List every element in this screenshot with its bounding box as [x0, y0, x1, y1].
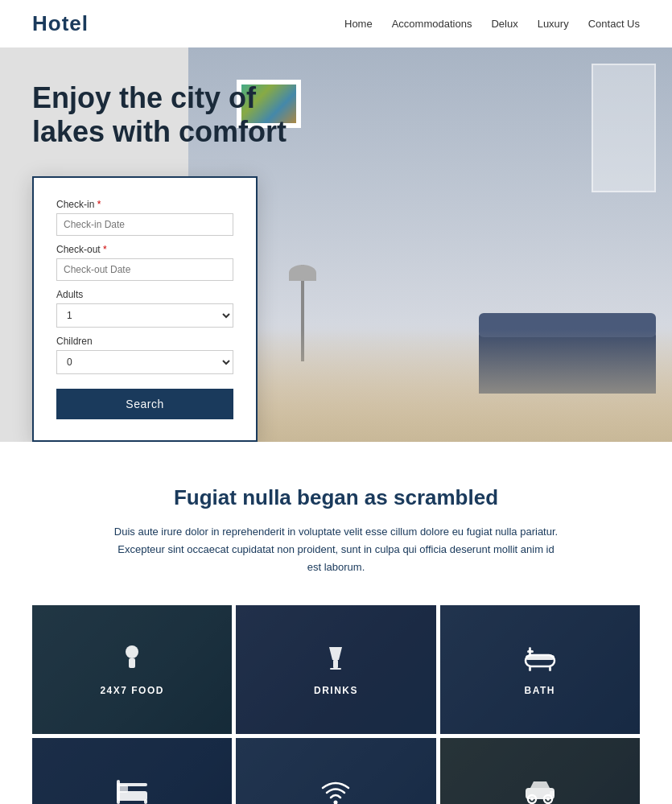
- nav-accommodations[interactable]: Accommodations: [392, 18, 472, 30]
- nav-home[interactable]: Home: [344, 18, 373, 30]
- children-select[interactable]: 0 1 2 3: [56, 350, 233, 374]
- nav-luxury[interactable]: Luxury: [538, 18, 569, 30]
- info-section: Fugiat nulla began as scrambled Duis aut…: [0, 442, 672, 605]
- drinks-label: DRINKS: [314, 685, 358, 696]
- svg-rect-8: [549, 666, 551, 671]
- svg-rect-13: [117, 783, 147, 786]
- bath-label: BATH: [525, 685, 555, 696]
- bed-icon: [115, 777, 149, 804]
- amenity-food[interactable]: 24X7 FOOD: [32, 605, 232, 734]
- site-header: Hotel Home Accommodations Delux Luxury C…: [0, 0, 672, 47]
- hero-text: Enjoy the city of lakes with comfort: [32, 81, 306, 150]
- info-title: Fugiat nulla began as scrambled: [64, 485, 608, 510]
- drop-content: PICK & DROP: [501, 777, 578, 804]
- svg-rect-16: [117, 799, 120, 804]
- svg-rect-3: [333, 660, 338, 668]
- amenity-wifi[interactable]: FREE WIFI: [236, 738, 435, 804]
- site-logo: Hotel: [32, 11, 89, 36]
- drinks-icon: [321, 644, 350, 677]
- amenities-grid: 24X7 FOOD DRINKS: [0, 605, 672, 804]
- food-label: 24X7 FOOD: [100, 685, 164, 696]
- bath-icon: [524, 644, 556, 677]
- lamp-decoration: [301, 265, 304, 361]
- children-label: Children: [56, 336, 233, 347]
- amenity-bath[interactable]: BATH: [440, 605, 640, 734]
- bath-content: BATH: [524, 644, 556, 696]
- svg-rect-24: [550, 791, 555, 796]
- svg-point-23: [546, 798, 550, 801]
- wifi-content: FREE WIFI: [306, 777, 365, 804]
- checkout-label: Check-out *: [56, 244, 233, 255]
- svg-rect-7: [529, 666, 531, 671]
- adults-label: Adults: [56, 289, 233, 300]
- bed-content: COMFORTABLE BED: [74, 777, 190, 804]
- amenity-bed[interactable]: COMFORTABLE BED: [32, 738, 232, 804]
- amenity-drop[interactable]: PICK & DROP: [440, 738, 640, 804]
- wifi-icon: [320, 777, 352, 804]
- window-decoration: [592, 64, 656, 192]
- svg-rect-10: [527, 650, 534, 653]
- svg-point-21: [530, 798, 534, 801]
- hero-headline: Enjoy the city of lakes with comfort: [32, 81, 306, 150]
- hero-section: Enjoy the city of lakes with comfort Che…: [0, 47, 672, 442]
- svg-rect-14: [117, 780, 120, 801]
- svg-rect-15: [144, 799, 147, 804]
- drop-icon: [522, 777, 558, 804]
- booking-form: Check-in * Check-out * Adults 1 2 3 4 Ch…: [32, 176, 258, 442]
- couch-decoration: [479, 329, 656, 394]
- info-description: Duis aute irure dolor in reprehenderit i…: [111, 523, 562, 576]
- main-nav: Home Accommodations Delux Luxury Contact…: [344, 18, 640, 30]
- svg-rect-6: [526, 655, 555, 660]
- svg-marker-19: [530, 781, 550, 788]
- svg-point-0: [126, 645, 138, 658]
- food-content: 24X7 FOOD: [100, 644, 164, 696]
- nav-delux[interactable]: Delux: [491, 18, 517, 30]
- svg-rect-1: [129, 658, 135, 668]
- checkin-input[interactable]: [56, 213, 233, 236]
- svg-marker-2: [329, 647, 342, 660]
- svg-rect-4: [330, 668, 341, 670]
- nav-contact[interactable]: Contact Us: [588, 18, 640, 30]
- adults-select[interactable]: 1 2 3 4: [56, 303, 233, 328]
- food-icon: [117, 644, 146, 677]
- amenity-drinks[interactable]: DRINKS: [236, 605, 435, 734]
- drinks-content: DRINKS: [314, 644, 358, 696]
- checkout-input[interactable]: [56, 258, 233, 281]
- search-button[interactable]: Search: [56, 389, 233, 419]
- checkin-label: Check-in *: [56, 199, 233, 210]
- svg-point-17: [334, 800, 338, 804]
